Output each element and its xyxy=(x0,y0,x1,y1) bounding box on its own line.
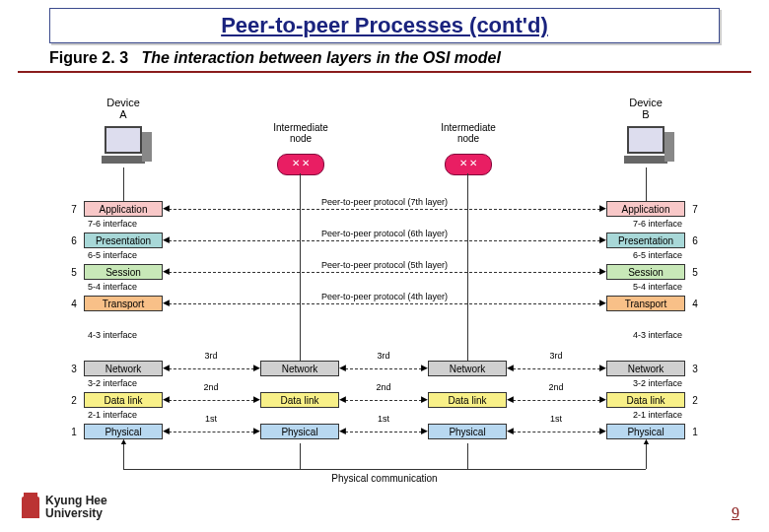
hop1-3-lbl: 1st xyxy=(541,414,571,424)
num-r-1: 1 xyxy=(689,427,701,437)
node-right-label: Intermediate node xyxy=(434,122,503,144)
device-b-label: Device B xyxy=(616,97,675,120)
layer-b-6: Presentation xyxy=(606,233,685,248)
osi-diagram: Device A Device B Intermediate node Inte… xyxy=(74,102,695,497)
vline-b xyxy=(646,167,647,201)
hop2-3-lbl: 2nd xyxy=(541,382,571,392)
num-l-5: 5 xyxy=(68,267,80,278)
hop3-3 xyxy=(513,368,600,369)
university-footer: Kyung Hee University xyxy=(22,495,107,520)
num-l-2: 2 xyxy=(68,395,80,406)
iface-r-43: 4-3 interface xyxy=(608,330,682,340)
num-r-2: 2 xyxy=(689,395,701,406)
hop3-1 xyxy=(169,368,254,369)
figure-label: Figure 2. 3 xyxy=(49,49,128,66)
phys-v-b xyxy=(646,443,647,469)
hop2-3 xyxy=(513,400,600,401)
num-l-1: 1 xyxy=(68,427,80,437)
page-number: 9 xyxy=(732,504,739,522)
proto-label-4: Peer-to-peer protocol (4th layer) xyxy=(306,292,463,301)
vline-node-r xyxy=(467,173,468,361)
num-l-4: 4 xyxy=(68,299,80,309)
layer-a-7: Application xyxy=(84,201,163,217)
hop1-1 xyxy=(169,432,254,432)
num-r-4: 4 xyxy=(689,299,701,309)
proto-label-5: Peer-to-peer protocol (5th layer) xyxy=(306,260,463,270)
hop3-3-lbl: 3rd xyxy=(541,351,571,361)
layer-a-3: Network xyxy=(84,361,163,376)
num-l-6: 6 xyxy=(68,235,80,246)
iface-l-43: 4-3 interface xyxy=(88,330,162,340)
computer-a-icon xyxy=(99,126,148,167)
vline-a xyxy=(123,167,124,201)
iface-l-65: 6-5 interface xyxy=(88,250,162,260)
layer-b-4: Transport xyxy=(606,296,685,311)
layer-a-2: Data link xyxy=(84,392,163,408)
iface-l-21: 2-1 interface xyxy=(88,410,162,420)
num-r-5: 5 xyxy=(689,267,701,278)
slide-title: Peer-to-peer Processes (cont'd) xyxy=(221,13,548,37)
hop1-2-lbl: 1st xyxy=(369,414,398,424)
hop3-1-lbl: 3rd xyxy=(196,351,226,361)
node-left-label: Intermediate node xyxy=(266,122,335,144)
proto-line-5 xyxy=(169,272,600,273)
layer-nl-2: Data link xyxy=(260,392,339,408)
hop3-2-lbl: 3rd xyxy=(369,351,398,361)
layer-b-5: Session xyxy=(606,264,685,280)
phys-v-nl xyxy=(300,443,301,469)
figure-caption: The interaction between layers in the OS… xyxy=(141,49,501,66)
proto-line-7 xyxy=(169,209,600,210)
layer-a-4: Transport xyxy=(84,296,163,311)
router-left-icon: ✕ ✕ xyxy=(277,154,324,175)
layer-nl-3: Network xyxy=(260,361,339,376)
iface-r-32: 3-2 interface xyxy=(608,378,682,388)
hop2-2-lbl: 2nd xyxy=(369,382,398,392)
layer-nr-3: Network xyxy=(428,361,507,376)
num-l-7: 7 xyxy=(68,204,80,215)
hop2-2 xyxy=(345,400,422,401)
iface-r-65: 6-5 interface xyxy=(608,250,682,260)
layer-b-2: Data link xyxy=(606,392,685,408)
iface-r-76: 7-6 interface xyxy=(608,219,682,229)
num-r-6: 6 xyxy=(689,235,701,246)
layer-nl-1: Physical xyxy=(260,424,339,439)
iface-l-54: 5-4 interface xyxy=(88,282,162,292)
hop2-1-lbl: 2nd xyxy=(196,382,226,392)
computer-b-icon xyxy=(621,126,670,167)
vline-node-l xyxy=(300,173,301,361)
layer-nr-2: Data link xyxy=(428,392,507,408)
hop3-2 xyxy=(345,368,422,369)
layer-nr-1: Physical xyxy=(428,424,507,439)
proto-line-4 xyxy=(169,303,600,304)
phys-line xyxy=(123,469,646,470)
iface-r-54: 5-4 interface xyxy=(608,282,682,292)
divider xyxy=(18,71,751,73)
phys-v-a xyxy=(123,443,124,469)
hop2-1 xyxy=(169,400,254,401)
layer-a-5: Session xyxy=(84,264,163,280)
proto-label-7: Peer-to-peer protocol (7th layer) xyxy=(306,197,463,207)
figure-row: Figure 2. 3 The interaction between laye… xyxy=(49,49,720,67)
router-right-icon: ✕ ✕ xyxy=(445,154,492,175)
iface-r-21: 2-1 interface xyxy=(608,410,682,420)
hop1-1-lbl: 1st xyxy=(196,414,226,424)
hop1-2 xyxy=(345,432,422,432)
proto-line-6 xyxy=(169,240,600,241)
proto-label-6: Peer-to-peer protocol (6th layer) xyxy=(306,229,463,238)
iface-l-76: 7-6 interface xyxy=(88,219,162,229)
layer-b-7: Application xyxy=(606,201,685,217)
hop1-3 xyxy=(513,432,600,432)
layer-b-3: Network xyxy=(606,361,685,376)
device-a-label: Device A xyxy=(94,97,153,120)
phys-label: Physical communication xyxy=(315,473,454,484)
num-r-7: 7 xyxy=(689,204,701,215)
title-banner: Peer-to-peer Processes (cont'd) xyxy=(49,8,720,43)
university-name: Kyung Hee University xyxy=(45,495,107,520)
iface-l-32: 3-2 interface xyxy=(88,378,162,388)
layer-a-6: Presentation xyxy=(84,233,163,248)
university-logo-icon xyxy=(22,497,39,518)
num-l-3: 3 xyxy=(68,364,80,374)
num-r-3: 3 xyxy=(689,364,701,374)
phys-v-nr xyxy=(467,443,468,469)
